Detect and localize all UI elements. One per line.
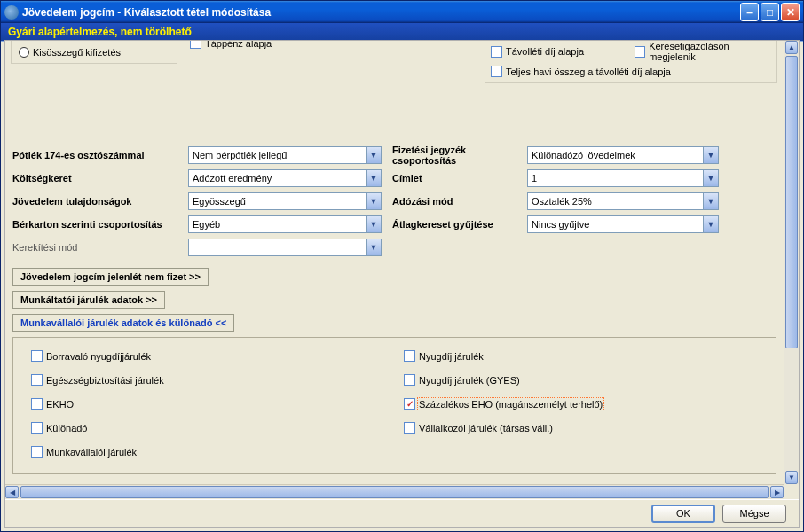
- subheader: Gyári alapértelmezés, nem törölhető: [1, 23, 803, 42]
- check-nyugd-j-j-rul-k-gyes-[interactable]: [404, 374, 415, 386]
- close-button[interactable]: ✕: [781, 3, 800, 21]
- lbl-koltsegkeret: Költségkeret: [12, 173, 183, 184]
- section-munkaltatoi[interactable]: Munkáltatói járulék adatok >>: [12, 291, 165, 309]
- check-v-llalkoz-i-j-rul-k-t-rsas-v-ll-[interactable]: [404, 422, 415, 434]
- horizontal-scrollbar[interactable]: ◀ ▶: [5, 484, 784, 499]
- lbl-potlek: Pótlék 174-es osztószámmal: [12, 150, 183, 160]
- check-tappenz-group: Táppénz alapja: [190, 41, 272, 52]
- check-teljeshavi[interactable]: [491, 66, 502, 77]
- maximize-button[interactable]: □: [761, 3, 779, 21]
- check-tavolleti-label: Távolléti díj alapja: [506, 46, 584, 57]
- combo-fizjegyzek[interactable]: Különadózó jövedelmek▼: [527, 146, 719, 164]
- check-teljeshavi-label: Teljes havi összeg a távolléti díj alapj…: [506, 66, 671, 77]
- check-right-group: Távolléti díj alapja Keresetigazoláson m…: [485, 41, 777, 83]
- chevron-down-icon: ▼: [366, 193, 381, 209]
- check-label: Borravaló nyugdíjjárulék: [46, 351, 151, 362]
- check-label: Munkavállalói járulék: [46, 447, 137, 458]
- scroll-thumb[interactable]: [785, 56, 798, 348]
- radio-kisosszegu[interactable]: [19, 47, 29, 58]
- chevron-down-icon: ▼: [366, 147, 381, 163]
- combo-potlek[interactable]: Nem bérpótlék jellegű▼: [188, 146, 382, 164]
- scroll-thumb[interactable]: [20, 486, 769, 498]
- chevron-down-icon: ▼: [366, 239, 381, 255]
- check-borraval-nyugd-jj-rul-k[interactable]: [31, 350, 43, 362]
- check-nyugd-j-j-rul-k[interactable]: [404, 350, 415, 362]
- lbl-atlagkereset: Átlagkereset gyűjtése: [392, 219, 522, 230]
- scroll-right-icon[interactable]: ▶: [770, 486, 784, 498]
- form-grid: Pótlék 174-es osztószámmal Nem bérpótlék…: [12, 144, 776, 474]
- check-keresetigazolas-label: Keresetigazoláson megjelenik: [649, 41, 771, 62]
- lbl-kerekites: Kerekítési mód: [12, 242, 183, 253]
- chevron-down-icon: ▼: [703, 147, 718, 163]
- lbl-fizjegyzek: Fizetési jegyzék csoportosítás: [392, 145, 522, 166]
- ok-button[interactable]: OK: [651, 505, 715, 523]
- section-jelenlet[interactable]: Jövedelem jogcím jelenlét nem fizet >>: [12, 268, 209, 286]
- radio-group: Kisösszegű kifizetés: [11, 41, 177, 64]
- check-tappenz-label: Táppénz alapja: [205, 41, 272, 49]
- chevron-down-icon: ▼: [703, 170, 718, 186]
- radio-label: Kisösszegű kifizetés: [33, 47, 121, 58]
- combo-koltsegkeret[interactable]: Adózott eredmény▼: [188, 169, 382, 187]
- check-ekho[interactable]: [31, 398, 43, 410]
- check-label: EKHO: [46, 399, 74, 410]
- check-label: Egészségbiztosítási járulék: [46, 375, 164, 386]
- check-label: Nyugdíj járulék: [419, 351, 484, 362]
- check-label: Százalékos EHO (magánszemélyt terhelő): [419, 399, 603, 410]
- check-label: Különadó: [46, 423, 88, 434]
- scroll-body: Kisösszegű kifizetés Táppénz alapja Távo…: [5, 41, 784, 484]
- check-keresetigazolas[interactable]: [635, 46, 645, 58]
- vertical-scrollbar[interactable]: ▲ ▼: [784, 41, 799, 484]
- lbl-cimlet: Címlet: [392, 173, 522, 184]
- chevron-down-icon: ▼: [703, 193, 718, 209]
- combo-cimlet[interactable]: 1▼: [527, 169, 719, 187]
- check-k-l-nad-[interactable]: [31, 422, 43, 434]
- combo-adozasimod[interactable]: Osztalék 25%▼: [527, 192, 719, 210]
- combo-kerekites[interactable]: ▼: [188, 239, 382, 256]
- scroll-up-icon[interactable]: ▲: [785, 41, 798, 54]
- minimize-button[interactable]: –: [740, 3, 759, 21]
- lbl-jovedelemtul: Jövedelem tulajdonságok: [12, 196, 183, 207]
- chevron-down-icon: ▼: [366, 216, 381, 232]
- check-eg-szs-gbiztos-t-si-j-rul-k[interactable]: [31, 374, 43, 386]
- window-title: Jövedelem jogcím - Kiválasztott tétel mó…: [22, 6, 740, 19]
- jarulek-panel: Borravaló nyugdíjjárulékEgészségbiztosít…: [12, 337, 776, 474]
- app-icon: [4, 5, 19, 20]
- check-tappenz[interactable]: [190, 41, 201, 49]
- check-label: Nyugdíj járulék (GYES): [419, 375, 520, 386]
- window: Jövedelem jogcím - Kiválasztott tétel mó…: [0, 0, 804, 532]
- chevron-down-icon: ▼: [703, 216, 718, 232]
- button-bar: OK Mégse: [5, 499, 799, 527]
- check-munkav-llal-i-j-rul-k[interactable]: [31, 446, 43, 458]
- lbl-adozasimod: Adózási mód: [392, 196, 522, 207]
- scroll-left-icon[interactable]: ◀: [5, 486, 19, 498]
- section-munkavallaloi[interactable]: Munkavállalói járulék adatok és különadó…: [12, 314, 234, 332]
- combo-berkarton[interactable]: Egyéb▼: [188, 215, 382, 233]
- scroll-down-icon[interactable]: ▼: [785, 471, 798, 484]
- combo-jovedelemtul[interactable]: Egyösszegű▼: [188, 192, 382, 210]
- check-label: Vállalkozói járulék (társas váll.): [419, 423, 553, 434]
- chevron-down-icon: ▼: [366, 170, 381, 186]
- content-area: Kisösszegű kifizetés Táppénz alapja Távo…: [4, 40, 800, 528]
- lbl-berkarton: Bérkarton szerinti csoportosítás: [12, 219, 183, 230]
- check-sz-zal-kos-eho-mag-nszem-lyt-terhel-[interactable]: [404, 398, 415, 410]
- cancel-button[interactable]: Mégse: [722, 505, 786, 523]
- check-tavolleti[interactable]: [491, 46, 502, 58]
- combo-atlagkereset[interactable]: Nincs gyűjtve▼: [527, 215, 719, 233]
- titlebar: Jövedelem jogcím - Kiválasztott tétel mó…: [1, 1, 803, 23]
